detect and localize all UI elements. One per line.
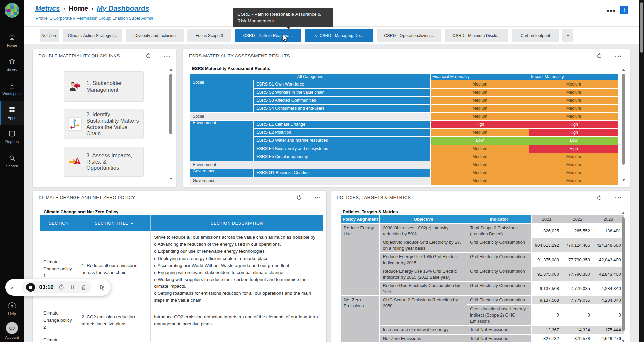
tab-csrd-minimum-disclo[interactable]: CSRD - Minimum Disclo... (445, 29, 508, 42)
esrs-financial-cell: Medium (431, 177, 529, 185)
restart-recording-icon[interactable] (58, 284, 65, 291)
scroll-thumb[interactable] (169, 74, 172, 134)
metrics-indicator-cell: Grid Electricity Consumption (467, 253, 531, 267)
tab-csrd-managing-do[interactable]: ›CSRD - Managing Do... (305, 29, 373, 42)
refresh-icon[interactable] (596, 53, 603, 59)
refresh-icon[interactable] (145, 53, 152, 59)
tab-label: CSRD - Operationalizing ... (384, 33, 434, 38)
recorder-controls: 03:16 (22, 281, 91, 293)
policy-col-section[interactable]: SECTION (40, 215, 78, 231)
panel-menu-icon[interactable] (314, 194, 321, 201)
scroll-up-icon[interactable] (169, 69, 173, 71)
quicklink-card-1-stakeholder-management[interactable]: 1. Stakeholder Management (64, 71, 144, 102)
esrs-row: SocialESRS S1 Own WorkforceMediumMedium (190, 80, 618, 89)
app-logo[interactable] (4, 3, 20, 18)
policy-col-section-description[interactable]: SECTION DESCRIPTION (151, 215, 323, 231)
stakeholder-icon (68, 80, 82, 93)
esrs-financial-cell: Medium (431, 113, 529, 121)
sidebar-item-help[interactable]: ? Help (8, 302, 16, 316)
tab-carbon-footprint[interactable]: Carbon footprint (512, 29, 559, 42)
metrics-value-2021: 9,137,508 (532, 296, 562, 304)
cursor-tool-icon[interactable] (99, 284, 106, 291)
policy-col-section-title[interactable]: SECTION TITLE (78, 215, 151, 231)
metrics-col-2022[interactable]: 2022 (562, 215, 593, 223)
delete-recording-icon[interactable] (80, 284, 87, 291)
quicklink-cards: 1. Stakeholder Management2. Identify Sus… (64, 71, 144, 177)
tab-csrd-path-to-reasona[interactable]: CSRD - Path to Reasona... (235, 29, 301, 42)
metrics-col-2023[interactable]: 2023 (593, 215, 624, 223)
breadcrumb-metrics[interactable]: Metrics (35, 4, 60, 12)
policy-row: Climate Change policy 22. CO2 emission r… (40, 307, 323, 334)
metrics-value-2022: 265,552 (562, 224, 593, 238)
metrics-col-indicator[interactable]: Indicator (467, 215, 531, 223)
metrics-col-objective[interactable]: Objective (380, 215, 467, 223)
sidebar-item-account[interactable]: CJ Account (5, 322, 19, 339)
metrics-col-2021[interactable]: 2021 (532, 215, 562, 223)
tab-overflow-dropdown[interactable] (562, 29, 573, 42)
metrics-value-2023: 0 (593, 305, 624, 325)
quicklink-card-2-identify-sustainability-matters-across-the-value-chain[interactable]: 2. Identify Sustainability Matters Acros… (64, 109, 144, 139)
sidebar-item-workspace[interactable]: Workspace (0, 76, 24, 101)
tab-focus-scope-3[interactable]: Focus Scope 3 (187, 29, 231, 42)
panel-menu-icon[interactable] (615, 194, 622, 201)
esrs-row: ESRS E5 Circular economyMediumMedium (190, 153, 618, 161)
breadcrumb-my-dashboards[interactable]: My Dashboards (97, 4, 149, 12)
metrics-value-2021: 91,375,080 (532, 253, 562, 267)
tab-climate-action-strategy[interactable]: Climate Action Strategy (... (63, 29, 122, 42)
metrics-objective-cell: Reduce Energy Use 15% Grid Electric Indi… (380, 253, 467, 267)
metrics-table-title: Policies, Targets & Metrics (343, 209, 398, 214)
more-options-icon[interactable] (606, 8, 616, 14)
esrs-summary-cell: Environment (190, 161, 431, 169)
breadcrumb-separator-icon: › (63, 5, 65, 12)
info-icon[interactable]: i (620, 6, 628, 14)
tab-csrd-operationalizing[interactable]: CSRD - Operationalizing ... (377, 29, 441, 42)
grid-icon (8, 106, 16, 114)
esrs-row: ESRS S3 Affected CommunitiesMediumMedium (190, 97, 618, 105)
tab-label: Focus Scope 3 (196, 33, 223, 38)
policy-description-cell: Strive to reduce all our emissions acros… (151, 231, 323, 307)
scroll-thumb[interactable] (622, 74, 625, 165)
refresh-icon[interactable] (296, 194, 302, 201)
help-icon: ? (8, 302, 16, 310)
sidebar-item-reports[interactable]: Reports (0, 125, 24, 149)
esrs-row: ESRS E2 PollutionMediumHigh (190, 129, 618, 137)
sidebar-item-saved[interactable]: Saved (0, 52, 24, 76)
metrics-row: Objective: Reduce Grid Electricity by 2%… (341, 238, 624, 252)
panel-esrs-materiality: ESRS MATERIALITY ASSESSMENT RESULTS ESRS… (183, 49, 630, 187)
pause-recording-icon[interactable] (69, 284, 76, 291)
panel-menu-icon[interactable] (615, 53, 622, 59)
refresh-icon[interactable] (596, 194, 603, 201)
metrics-table: Policy Alignment Objective Indicator 202… (340, 215, 624, 342)
scroll-up-icon[interactable] (622, 69, 625, 71)
esrs-impact-cell: Medium (529, 105, 618, 113)
panel-menu-icon[interactable] (164, 53, 170, 59)
sidebar-item-label: Workspace (2, 92, 21, 96)
metrics-value-2022: 7,779,035 (562, 282, 593, 295)
policy-title-cell: 3. Work with other partners on climate c… (78, 334, 151, 342)
esrs-financial-cell: Medium (431, 105, 529, 113)
sidebar-item-search[interactable]: Search (0, 149, 24, 173)
esrs-impact-cell: High (529, 129, 618, 137)
tab-label: Carbon footprint (521, 33, 550, 38)
recorder-collapse-icon[interactable]: « (10, 284, 14, 290)
tab-net-zero[interactable]: Net Zero (40, 29, 59, 42)
sidebar-item-apps[interactable]: Apps (0, 101, 24, 125)
tab-diversity-and-inclusion[interactable]: Diversity and Inclusion (126, 29, 184, 42)
metrics-objective-cell: Net Zero Emissions (380, 335, 467, 342)
sidebar-item-home[interactable]: Home (0, 28, 24, 52)
breadcrumb: Metrics › Home › My Dashboards (35, 4, 149, 12)
scroll-thumb[interactable] (622, 217, 625, 331)
metrics-value-2022: 0 (562, 305, 593, 325)
metrics-value-2023: 136,481 (593, 224, 624, 238)
breadcrumb-separator-icon: › (92, 5, 94, 12)
metrics-row: Net Zero EmissionsGHG Scope 2 Emissions … (341, 296, 624, 304)
scroll-down-icon[interactable] (169, 178, 173, 180)
scroll-down-icon[interactable] (622, 340, 625, 342)
metrics-col-policy-alignment[interactable]: Policy Alignment (341, 215, 379, 223)
page-scrollbar[interactable] (639, 0, 644, 342)
quicklink-card-3-assess-impacts-risks-opportunities[interactable]: 3. Assess Impacts, Risks, & Opportunitie… (64, 147, 144, 177)
scroll-up-icon[interactable] (622, 212, 625, 214)
scroll-down-icon[interactable] (622, 179, 625, 181)
stop-recording-button[interactable] (26, 283, 35, 292)
page-scroll-thumb[interactable] (640, 2, 643, 53)
